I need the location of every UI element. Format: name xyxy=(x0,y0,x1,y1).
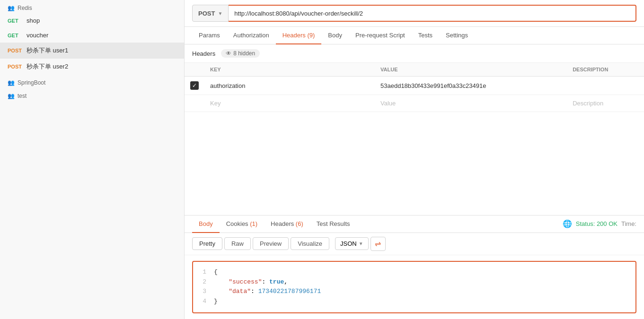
method-label: POST xyxy=(8,64,23,69)
raw-button[interactable]: Raw xyxy=(224,237,251,250)
group-icon: 👥 xyxy=(8,5,15,11)
time-label: Time: xyxy=(621,220,636,227)
request-tabs-bar: Params Authorization Headers (9) Body Pr… xyxy=(185,27,644,44)
value-placeholder[interactable]: Value xyxy=(375,95,567,112)
code-content: "data": 17340221787996171 xyxy=(214,287,630,297)
eye-icon: 👁 xyxy=(226,50,231,57)
checkbox-checked[interactable]: ✓ xyxy=(190,81,199,90)
url-input[interactable] xyxy=(229,5,636,22)
key-value: authorization xyxy=(210,82,245,89)
description-cell[interactable] xyxy=(567,77,644,95)
tab-settings[interactable]: Settings xyxy=(439,27,475,44)
code-content: "success": true, xyxy=(214,277,630,287)
checkbox-cell-empty xyxy=(185,95,204,112)
bottom-tabs-bar: Body Cookies (1) Headers (6) Test Result… xyxy=(185,216,644,233)
table-row: ✓ authorization 53aedd18b30f433e991ef0a3… xyxy=(185,77,644,95)
table-row-placeholder: Key Value Description xyxy=(185,95,644,112)
response-toolbar: Pretty Raw Preview Visualize JSON ▼ ⇌ xyxy=(185,233,644,255)
code-content: { xyxy=(214,267,630,277)
status-bar: 🌐 Status: 200 OK Time: xyxy=(563,219,636,228)
group-icon: 👥 xyxy=(8,93,15,99)
checkbox-cell[interactable]: ✓ xyxy=(185,77,204,95)
sidebar-section-redis: 👥 Redis xyxy=(0,0,184,13)
hidden-badge: 👁 8 hidden xyxy=(221,49,260,58)
headers-sub-bar: Headers 👁 8 hidden xyxy=(185,44,644,63)
format-value: JSON xyxy=(340,240,357,247)
tab-tests[interactable]: Tests xyxy=(412,27,439,44)
visualize-button[interactable]: Visualize xyxy=(291,237,329,250)
col-value: VALUE xyxy=(375,63,567,77)
col-key: KEY xyxy=(204,63,375,77)
preview-button[interactable]: Preview xyxy=(253,237,289,250)
method-label: GET xyxy=(8,33,23,38)
globe-icon: 🌐 xyxy=(563,219,572,228)
headers-table-container: KEY VALUE DESCRIPTION ✓ authorization xyxy=(185,63,644,112)
pretty-button[interactable]: Pretty xyxy=(192,237,222,250)
status-text: Status: 200 OK xyxy=(576,220,618,227)
bottom-section: Body Cookies (1) Headers (6) Test Result… xyxy=(185,215,644,319)
method-select[interactable]: POST ▼ xyxy=(192,5,229,22)
tab-body-response[interactable]: Body xyxy=(192,216,220,233)
wrap-button[interactable]: ⇌ xyxy=(371,237,386,251)
line-number: 1 xyxy=(199,267,206,277)
line-number: 2 xyxy=(199,277,206,287)
line-number: 4 xyxy=(199,297,206,307)
main-panel: POST ▼ Params Authorization Headers (9) … xyxy=(185,0,644,319)
sidebar-item-voucher[interactable]: GET voucher xyxy=(0,28,184,43)
tab-body[interactable]: Body xyxy=(321,27,349,44)
code-block: 1 { 2 "success": true, 3 "data": 1734022… xyxy=(192,261,636,313)
code-line-4: 4 } xyxy=(199,297,630,307)
tab-test-results[interactable]: Test Results xyxy=(310,216,357,233)
code-content: } xyxy=(214,297,630,307)
code-line-3: 3 "data": 17340221787996171 xyxy=(199,287,630,297)
sidebar-item-label: 秒杀下单 user2 xyxy=(26,62,68,71)
method-label: POST xyxy=(8,48,23,53)
col-checkbox xyxy=(185,63,204,77)
key-placeholder[interactable]: Key xyxy=(204,95,375,112)
url-bar: POST ▼ xyxy=(185,0,644,27)
format-select[interactable]: JSON ▼ xyxy=(335,237,369,250)
col-description: DESCRIPTION xyxy=(567,63,644,77)
tab-headers-response[interactable]: Headers (6) xyxy=(264,216,310,233)
tab-authorization[interactable]: Authorization xyxy=(227,27,276,44)
content-area: Headers 👁 8 hidden KEY VALUE DESCRIPTION xyxy=(185,44,644,319)
line-number: 3 xyxy=(199,287,206,297)
code-line-2: 2 "success": true, xyxy=(199,277,630,287)
tab-headers[interactable]: Headers (9) xyxy=(276,27,322,44)
headers-table: KEY VALUE DESCRIPTION ✓ authorization xyxy=(185,63,644,112)
desc-placeholder[interactable]: Description xyxy=(567,95,644,112)
tab-params[interactable]: Params xyxy=(192,27,227,44)
tab-pre-request-script[interactable]: Pre-request Script xyxy=(349,27,412,44)
sidebar-section-springboot: 👥 SpringBoot xyxy=(0,75,184,88)
key-cell[interactable]: authorization xyxy=(204,77,375,95)
wrap-icon: ⇌ xyxy=(375,239,381,248)
chevron-down-icon: ▼ xyxy=(359,241,363,246)
tab-cookies[interactable]: Cookies (1) xyxy=(220,216,264,233)
sidebar-item-shop[interactable]: GET shop xyxy=(0,13,184,28)
method-value: POST xyxy=(198,10,215,17)
value-cell[interactable]: 53aedd18b30f433e991ef0a33c23491e xyxy=(375,77,567,95)
headers-label: Headers xyxy=(192,50,215,57)
sidebar-item-seckill-user1[interactable]: POST 秒杀下单 user1 xyxy=(0,43,184,59)
chevron-down-icon: ▼ xyxy=(218,11,222,16)
code-line-1: 1 { xyxy=(199,267,630,277)
sidebar-item-seckill-user2[interactable]: POST 秒杀下单 user2 xyxy=(0,59,184,75)
method-label: GET xyxy=(8,18,23,24)
spacer xyxy=(185,112,644,215)
sidebar-section-test: 👥 test xyxy=(0,88,184,101)
value-text: 53aedd18b30f433e991ef0a33c23491e xyxy=(380,82,486,89)
sidebar-item-label: shop xyxy=(26,17,40,24)
bottom-tabs-left: Body Cookies (1) Headers (6) Test Result… xyxy=(192,216,357,233)
sidebar: 👥 Redis GET shop GET voucher POST 秒杀下单 u… xyxy=(0,0,185,319)
sidebar-item-label: 秒杀下单 user1 xyxy=(26,46,68,55)
hidden-count: 8 hidden xyxy=(233,50,255,57)
group-icon: 👥 xyxy=(8,79,15,86)
sidebar-item-label: voucher xyxy=(26,32,48,39)
